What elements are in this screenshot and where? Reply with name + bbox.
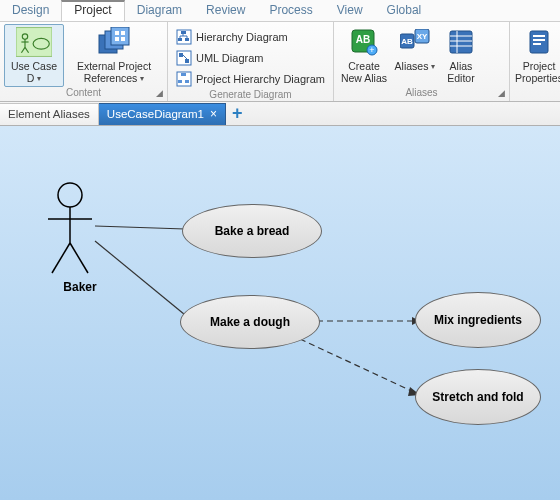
svg-line-56 xyxy=(52,243,70,273)
svg-rect-27 xyxy=(181,73,186,76)
dialog-launcher-icon[interactable]: ◢ xyxy=(156,88,163,98)
svg-rect-11 xyxy=(121,31,125,35)
create-new-alias-label: Create New Alias xyxy=(340,60,388,84)
chevron-down-icon: ▾ xyxy=(37,74,41,83)
svg-rect-17 xyxy=(185,38,189,41)
svg-rect-10 xyxy=(115,31,119,35)
svg-rect-16 xyxy=(178,38,182,41)
ribbon: Use Case D▾ External Project References▾ xyxy=(0,22,560,102)
ribbon-group-generate-label: Generate Diagram xyxy=(172,89,329,102)
svg-text:+: + xyxy=(369,45,374,55)
use-case-label: Mix ingredients xyxy=(434,313,522,327)
use-case-d-label: Use Case D xyxy=(11,60,57,84)
use-case-mix[interactable]: Mix ingredients xyxy=(415,292,541,348)
external-project-references-button[interactable]: External Project References▾ xyxy=(66,24,162,87)
menu-global[interactable]: Global xyxy=(375,0,434,21)
use-case-make[interactable]: Make a dough xyxy=(180,295,320,349)
use-case-d-icon xyxy=(16,26,52,58)
use-case-label: Bake a bread xyxy=(215,224,290,238)
aliases-button[interactable]: ABXY Aliases▾ xyxy=(392,24,438,75)
actor-label: Baker xyxy=(40,280,120,294)
hierarchy-diagram-icon xyxy=(176,29,192,45)
use-case-label: Make a dough xyxy=(210,315,290,329)
close-icon[interactable]: × xyxy=(210,107,217,121)
hierarchy-diagram-label: Hierarchy Diagram xyxy=(196,31,288,43)
project-hierarchy-diagram-label: Project Hierarchy Diagram xyxy=(196,73,325,85)
use-case-bake[interactable]: Bake a bread xyxy=(182,204,322,258)
uml-diagram-icon xyxy=(176,50,192,66)
menu-bar: Design Project Diagram Review Process Vi… xyxy=(0,0,560,22)
project-properties-icon xyxy=(521,26,557,58)
aliases-label: Aliases xyxy=(395,60,429,72)
ribbon-group-generate: Hierarchy Diagram UML Diagram Project Hi… xyxy=(168,22,334,101)
add-tab-button[interactable]: + xyxy=(226,103,249,124)
tab-label: Element Aliases xyxy=(8,108,90,120)
project-properties-label: Project Properties xyxy=(515,60,560,84)
chevron-down-icon: ▾ xyxy=(431,62,435,71)
project-hierarchy-diagram-icon xyxy=(176,71,192,87)
menu-review[interactable]: Review xyxy=(194,0,257,21)
menu-view[interactable]: View xyxy=(325,0,375,21)
dialog-launcher-icon[interactable]: ◢ xyxy=(498,88,505,98)
use-case-label: Stretch and fold xyxy=(432,390,523,404)
plus-icon: + xyxy=(232,103,243,123)
tab-use-case-diagram-1[interactable]: UseCaseDiagram1 × xyxy=(99,103,226,125)
menu-project[interactable]: Project xyxy=(61,0,124,21)
create-new-alias-button[interactable]: AB+ Create New Alias xyxy=(338,24,390,86)
svg-rect-9 xyxy=(111,27,129,45)
use-case-stretch[interactable]: Stretch and fold xyxy=(415,369,541,425)
ribbon-group-aliases-label: Aliases◢ xyxy=(338,87,505,100)
uml-diagram-button[interactable]: UML Diagram xyxy=(172,47,329,68)
ribbon-group-content: Use Case D▾ External Project References▾ xyxy=(0,22,168,101)
menu-process[interactable]: Process xyxy=(257,0,324,21)
uml-diagram-label: UML Diagram xyxy=(196,52,263,64)
ribbon-group-aliases: AB+ Create New Alias ABXY Aliases▾ Alias… xyxy=(334,22,510,101)
svg-text:AB: AB xyxy=(401,37,413,46)
menu-diagram[interactable]: Diagram xyxy=(125,0,194,21)
svg-rect-15 xyxy=(181,31,186,34)
svg-text:AB: AB xyxy=(356,34,370,45)
diagram-canvas[interactable]: Baker Bake a bread Make a dough Mix ingr… xyxy=(0,126,560,500)
use-case-d-button[interactable]: Use Case D▾ xyxy=(4,24,64,87)
svg-rect-24 xyxy=(185,59,189,63)
alias-editor-label: Alias Editor xyxy=(442,60,480,84)
actor-baker[interactable]: Baker xyxy=(40,181,120,294)
svg-rect-13 xyxy=(121,37,125,41)
svg-point-53 xyxy=(58,183,82,207)
svg-rect-23 xyxy=(179,53,183,57)
ribbon-group-content-label: Content◢ xyxy=(4,87,163,100)
hierarchy-diagram-button[interactable]: Hierarchy Diagram xyxy=(172,26,329,47)
project-properties-button[interactable]: Project Properties xyxy=(514,24,560,86)
external-project-references-icon xyxy=(96,26,132,58)
document-tab-strip: Element Aliases UseCaseDiagram1 × + xyxy=(0,102,560,126)
aliases-icon: ABXY xyxy=(397,26,433,58)
tab-label: UseCaseDiagram1 xyxy=(107,108,204,120)
project-hierarchy-diagram-button[interactable]: Project Hierarchy Diagram xyxy=(172,68,329,89)
svg-rect-12 xyxy=(115,37,119,41)
menu-design[interactable]: Design xyxy=(0,0,61,21)
svg-line-57 xyxy=(70,243,88,273)
svg-rect-45 xyxy=(533,39,545,41)
alias-editor-icon xyxy=(443,26,479,58)
ribbon-group-project-properties: Project Properties xyxy=(510,22,560,101)
alias-editor-button[interactable]: Alias Editor xyxy=(440,24,482,86)
svg-line-51 xyxy=(300,339,418,394)
create-new-alias-icon: AB+ xyxy=(346,26,382,58)
svg-text:XY: XY xyxy=(417,32,428,41)
svg-rect-46 xyxy=(533,43,541,45)
svg-rect-29 xyxy=(185,80,189,83)
stick-figure-icon xyxy=(40,181,100,276)
tab-element-aliases[interactable]: Element Aliases xyxy=(0,103,99,125)
svg-rect-44 xyxy=(533,35,545,37)
svg-rect-43 xyxy=(530,31,548,53)
svg-rect-38 xyxy=(450,31,472,53)
svg-rect-28 xyxy=(178,80,182,83)
chevron-down-icon: ▾ xyxy=(140,74,144,83)
